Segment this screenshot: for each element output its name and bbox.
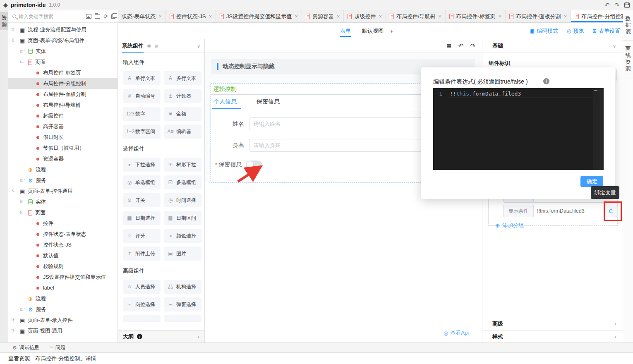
palette-item[interactable]: ¥ 金额	[164, 107, 201, 121]
expander-icon[interactable]: Ñ˴	[20, 211, 28, 215]
palette-item[interactable]: ◷ 时间选择	[164, 193, 201, 207]
tree-item[interactable]: ĩž ’ 实体	[8, 46, 117, 57]
code-editor[interactable]: 1 !!this.formData.filed3	[433, 88, 604, 170]
expander-icon[interactable]: ĩž ’	[12, 318, 20, 322]
palette-item[interactable]: 品 机构选择	[164, 280, 201, 294]
close-icon[interactable]	[295, 13, 298, 19]
folder-icon[interactable]	[95, 14, 100, 19]
chevron-right-icon[interactable]: ›	[615, 334, 616, 340]
palette-item[interactable]: ⊡ 岗位选择	[123, 297, 161, 311]
palette-item[interactable]: ▾ 下拉选择	[123, 158, 161, 172]
expander-icon[interactable]: ĩž ’	[12, 329, 20, 333]
editor-tab[interactable]: 超级控件	[344, 10, 386, 22]
tree-item[interactable]: Ñ˴ 页面	[8, 57, 117, 67]
preview-button[interactable]: ◎预览	[567, 23, 584, 39]
expander-icon[interactable]: Ñ˴	[12, 38, 20, 43]
chevron-down-icon[interactable]: ∨	[613, 43, 616, 49]
tree-item[interactable]: 超级控件	[8, 110, 117, 121]
tree-item[interactable]: 假日时长	[8, 132, 117, 143]
tree-item[interactable]: ĩž ’ 页面-表单-录入控件	[8, 315, 117, 326]
undo-icon[interactable]: ↶	[605, 2, 610, 8]
chevron-right-icon[interactable]: ›	[198, 334, 199, 340]
palette-item[interactable]: ± 计数器	[164, 89, 201, 103]
palette-item[interactable]: ↥ 附件上传	[123, 247, 161, 261]
editor-tab[interactable]: JS设置控件提交值和显示值	[216, 10, 302, 22]
tree-item[interactable]: 布局控件-面板分割	[8, 89, 117, 100]
view-api-link[interactable]: ◎ 查看Api	[444, 329, 469, 337]
code-line[interactable]: !!this.formData.filed3	[448, 91, 593, 98]
expander-icon[interactable]: Ñ˴	[12, 189, 20, 193]
close-icon[interactable]	[209, 13, 212, 19]
tree-item[interactable]: Ñ˴ 页面	[8, 207, 117, 218]
redo-icon[interactable]: ↷	[470, 42, 475, 50]
redo-icon[interactable]: ↷	[614, 2, 619, 8]
tree-item[interactable]: 流程	[8, 293, 117, 304]
tree-item[interactable]: ĩž ’ 页面-视图-通用	[8, 326, 117, 336]
tree-item[interactable]: 默认值	[8, 250, 117, 261]
tree-item[interactable]: 布局控件/导航树	[8, 100, 117, 110]
expander-icon[interactable]: ĩž ’	[20, 178, 28, 182]
palette-item[interactable]: 1~3 数字区间	[123, 125, 161, 139]
tree-item[interactable]: 布局控件-标签页	[8, 67, 117, 78]
expander-icon[interactable]: ĩž ’	[12, 28, 20, 32]
panel-section-style[interactable]: 样式 ›	[482, 330, 623, 343]
palette-item[interactable]	[164, 315, 201, 322]
palette-item[interactable]	[123, 315, 161, 322]
tree-item[interactable]: ĩž ’ 实体	[8, 196, 117, 207]
add-group-link[interactable]: ⊕ 添加分组	[495, 222, 524, 229]
tree-item[interactable]: ĩž ’ 流程-业务流程配置与使用	[8, 24, 117, 35]
tree-item[interactable]: 控件状态-JS	[8, 239, 117, 250]
info-icon[interactable]: i	[543, 78, 549, 84]
palette-item[interactable]: ⊙ 开关	[123, 193, 161, 207]
search-input[interactable]	[19, 14, 68, 19]
editor-tab[interactable]: 资源容器	[302, 10, 344, 22]
group-tab-secret[interactable]: 保密信息	[256, 95, 281, 109]
palette-item[interactable]: 123 数字	[123, 107, 161, 121]
palette-item[interactable]: A 单行文本	[123, 71, 161, 85]
view-tab-form[interactable]: 表单	[340, 23, 351, 39]
expander-icon[interactable]: Ñ˴	[20, 60, 28, 64]
group-tab-personal[interactable]: 个人信息	[213, 95, 237, 109]
palette-item[interactable]: ⊟ 弹窗选择	[164, 297, 201, 311]
palette-item[interactable]: A≡ 编辑器	[164, 125, 201, 139]
close-icon[interactable]	[439, 13, 442, 19]
palette-item[interactable]: ⊞ 树形下拉	[164, 158, 201, 172]
palette-item[interactable]: A 多行文本	[164, 71, 201, 85]
code-mode-button[interactable]: ▣编码模式	[530, 23, 558, 39]
outline-list-icon[interactable]: ≣	[446, 42, 452, 50]
close-icon[interactable]	[379, 13, 382, 19]
palette-item[interactable]: # 自动编号	[123, 89, 161, 103]
tree-item[interactable]: 控件	[8, 218, 117, 229]
close-icon[interactable]	[499, 13, 502, 19]
editor-scrollbar[interactable]	[599, 88, 604, 170]
tree-item[interactable]: Ñ˴ 页面-表单-控件通用	[8, 186, 117, 196]
tree-item[interactable]: Ñ˴ 页面-表单-高级/布局组件	[8, 35, 117, 46]
add-view-button[interactable]: +	[390, 23, 393, 39]
rail-tab[interactable]: 离线资源	[623, 41, 633, 77]
rail-tab-resources[interactable]: 资源	[0, 12, 8, 30]
undo-icon[interactable]: ↶	[458, 42, 464, 50]
tree-item[interactable]: 节假日（被引用）	[8, 143, 117, 153]
properties-panel-header[interactable]: 基础 ∨	[482, 39, 623, 53]
tree-item[interactable]: 控件状态-表单状态	[8, 229, 117, 239]
palette-item[interactable]: ▤ 日期区间	[164, 211, 201, 225]
palette-tab-system[interactable]: 系统组件	[122, 39, 144, 53]
expander-icon[interactable]: ĩž ’	[20, 200, 28, 204]
editor-tab[interactable]: 状态-表单状态	[118, 10, 166, 22]
refresh-icon[interactable]: ⟳	[103, 13, 108, 19]
tree-item[interactable]: 流程	[8, 164, 117, 175]
form-settings-button[interactable]: ⊞表单设置	[592, 23, 620, 39]
tree-item[interactable]: JS设置控件提交值和显示值	[8, 272, 117, 283]
problems-button[interactable]: ≡ 问题	[50, 344, 65, 351]
close-icon[interactable]	[337, 13, 340, 19]
tree-item[interactable]: ĩž ’ 服务	[8, 175, 117, 186]
editor-tab[interactable]: 控件状态-JS	[166, 10, 216, 22]
outline-bar[interactable]: 大纲 i ›	[118, 330, 204, 342]
expander-icon[interactable]: ĩž ’	[20, 307, 28, 311]
tree-item[interactable]: label	[8, 283, 117, 293]
tree-item[interactable]: 布局控件-分组控制	[8, 78, 117, 89]
close-icon[interactable]	[158, 13, 162, 19]
palette-item[interactable]: ◎ 单选框组	[123, 175, 161, 189]
palette-item[interactable]: ☑ 多选框组	[164, 175, 201, 189]
palette-item[interactable]: ◑ 颜色选择	[164, 229, 201, 243]
